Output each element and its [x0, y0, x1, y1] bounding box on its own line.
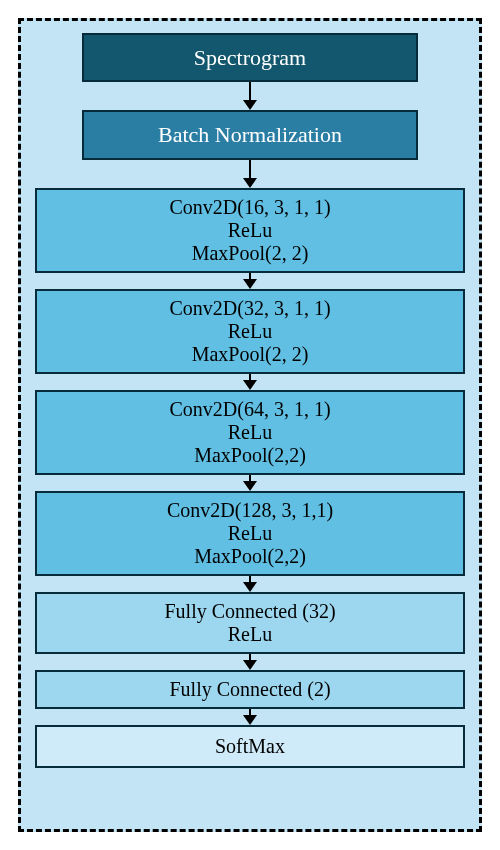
layer-line: ReLu: [43, 219, 457, 242]
layer-label: Spectrogram: [92, 45, 407, 70]
layer-conv-block-3: Conv2D(64, 3, 1, 1) ReLu MaxPool(2,2): [35, 390, 465, 475]
layer-line: Conv2D(128, 3, 1,1): [43, 499, 457, 522]
arrow-down-icon: [243, 160, 257, 188]
layer-input: Spectrogram: [82, 33, 417, 82]
layer-fc-2: Fully Connected (2): [35, 670, 465, 709]
layer-line: MaxPool(2, 2): [43, 242, 457, 265]
arrow-down-icon: [243, 576, 257, 592]
layer-fc-1: Fully Connected (32) ReLu: [35, 592, 465, 654]
layer-conv-block-2: Conv2D(32, 3, 1, 1) ReLu MaxPool(2, 2): [35, 289, 465, 374]
architecture-diagram: Spectrogram Batch Normalization Conv2D(1…: [18, 18, 482, 832]
layer-line: Conv2D(32, 3, 1, 1): [43, 297, 457, 320]
arrow-down-icon: [243, 82, 257, 110]
layer-line: ReLu: [43, 623, 457, 646]
layer-line: Fully Connected (32): [43, 600, 457, 623]
arrow-down-icon: [243, 273, 257, 289]
layer-line: MaxPool(2, 2): [43, 343, 457, 366]
layer-label: Batch Normalization: [92, 122, 407, 147]
layer-line: ReLu: [43, 522, 457, 545]
layer-line: MaxPool(2,2): [43, 545, 457, 568]
layer-line: ReLu: [43, 320, 457, 343]
layer-batchnorm: Batch Normalization: [82, 110, 417, 159]
layer-line: Conv2D(16, 3, 1, 1): [43, 196, 457, 219]
layer-label: Fully Connected (2): [43, 678, 457, 701]
arrow-down-icon: [243, 654, 257, 670]
arrow-down-icon: [243, 709, 257, 725]
layer-label: SoftMax: [43, 735, 457, 758]
layer-line: Conv2D(64, 3, 1, 1): [43, 398, 457, 421]
layer-line: ReLu: [43, 421, 457, 444]
layer-softmax: SoftMax: [35, 725, 465, 768]
arrow-down-icon: [243, 374, 257, 390]
layer-conv-block-1: Conv2D(16, 3, 1, 1) ReLu MaxPool(2, 2): [35, 188, 465, 273]
arrow-down-icon: [243, 475, 257, 491]
layer-line: MaxPool(2,2): [43, 444, 457, 467]
layer-conv-block-4: Conv2D(128, 3, 1,1) ReLu MaxPool(2,2): [35, 491, 465, 576]
